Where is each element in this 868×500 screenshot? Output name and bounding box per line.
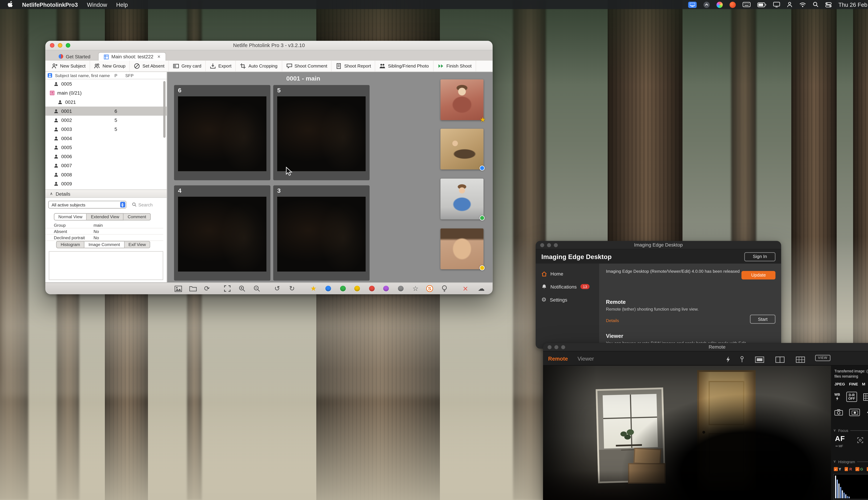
nav-notifications[interactable]: Notifications 13 <box>536 280 599 293</box>
subject-row-selected[interactable]: 0001 6 <box>45 106 167 116</box>
filmstrip-thumb[interactable] <box>441 129 483 169</box>
fullscreen-icon[interactable] <box>223 284 232 293</box>
cloud-icon[interactable]: ☁ <box>477 284 486 293</box>
file-format-label[interactable]: JPEG <box>834 382 845 386</box>
filmstrip-thumb[interactable] <box>441 179 483 219</box>
nav-home[interactable]: Home <box>536 267 599 280</box>
tab-comment[interactable]: Comment <box>124 213 151 220</box>
rating-star-marker[interactable]: ★ <box>480 117 486 123</box>
cable-release-icon[interactable] <box>739 355 745 365</box>
photo-thumbnail[interactable] <box>178 96 266 171</box>
subject-row[interactable]: 0002 5 <box>45 116 167 125</box>
set-absent-button[interactable]: Set Absent <box>130 60 169 71</box>
flash-mode-icon[interactable] <box>866 409 868 416</box>
sibling-friend-photo-button[interactable]: Sibling/Friend Photo <box>376 60 433 71</box>
display-icon[interactable] <box>773 2 780 8</box>
white-balance-control[interactable]: WB <box>834 393 840 401</box>
channel-g[interactable]: ✓G <box>855 467 863 471</box>
star-rating-icon[interactable]: ★ <box>309 284 318 293</box>
menu-help[interactable]: Help <box>116 1 128 8</box>
color-tag-marker[interactable] <box>479 265 484 270</box>
focus-section-header[interactable]: ∨Focus <box>833 428 868 432</box>
filmstrip-thumb[interactable]: ★ <box>441 79 483 120</box>
channel-r[interactable]: ✓R <box>845 467 852 471</box>
subject-row[interactable]: 0021 <box>45 98 167 106</box>
column-sfp[interactable]: SFP <box>125 73 134 78</box>
photo-thumbnail[interactable] <box>178 197 266 272</box>
new-subject-button[interactable]: New Subject <box>48 60 90 71</box>
spotlight-icon[interactable] <box>813 2 819 8</box>
checkbox-icon[interactable]: ✓ <box>866 467 868 471</box>
metering-mode-icon[interactable] <box>849 409 860 416</box>
export-button[interactable]: Export <box>206 60 236 71</box>
update-button[interactable]: Update <box>742 271 776 280</box>
tab-normal-view[interactable]: Normal View <box>54 213 87 220</box>
menubar-app-name[interactable]: NetlifePhotolinkPro3 <box>22 1 78 8</box>
photo-card[interactable]: 3 <box>273 185 369 281</box>
subject-row[interactable]: 0005 <box>45 79 167 88</box>
tag-purple-icon[interactable] <box>381 284 391 293</box>
collapse-chevron-icon[interactable]: ∧ <box>50 191 53 196</box>
dynamic-range-control[interactable]: D-R OFF <box>846 392 857 402</box>
display-split-icon[interactable] <box>776 355 785 365</box>
camera-icon[interactable] <box>834 409 843 416</box>
search-input[interactable] <box>138 202 163 207</box>
tab-main-shoot[interactable]: Main shoot: test222 × <box>98 52 166 60</box>
tag-blue-icon[interactable] <box>323 284 333 293</box>
search-field[interactable] <box>132 202 163 207</box>
photolink-titlebar[interactable]: Netlife Photolink Pro 3 - v3.2.10 <box>45 41 492 50</box>
quality-label[interactable]: FINE <box>849 382 858 386</box>
flash-icon[interactable] <box>726 355 731 365</box>
mf-label[interactable]: •• MF <box>835 444 843 448</box>
tab-histogram[interactable]: Histogram <box>56 241 84 248</box>
view-button[interactable]: VIEW <box>815 354 830 361</box>
delete-icon[interactable]: × <box>461 284 470 293</box>
checkbox-icon[interactable]: ✓ <box>845 467 848 471</box>
record-indicator-icon[interactable] <box>730 1 736 8</box>
battery-icon[interactable] <box>757 2 766 7</box>
new-group-button[interactable]: New Group <box>90 60 130 71</box>
sign-in-button[interactable]: Sign In <box>744 252 776 261</box>
checkbox-icon[interactable]: ✓ <box>834 467 837 471</box>
select-stepper-icon[interactable] <box>120 202 125 207</box>
live-view[interactable] <box>543 366 831 500</box>
siri-icon[interactable] <box>717 1 723 8</box>
display-grid-icon[interactable] <box>796 355 805 365</box>
remote-titlebar[interactable]: Remote <box>543 343 868 352</box>
rotate-right-icon[interactable]: ↻ <box>287 284 297 293</box>
subject-row[interactable]: 0009 <box>45 179 167 188</box>
keyboard-icon[interactable] <box>743 2 751 8</box>
sony-icon[interactable]: S <box>425 284 434 293</box>
photo-thumbnail[interactable] <box>277 96 366 171</box>
photo-card[interactable]: 4 <box>174 185 270 281</box>
tab-close-icon[interactable]: × <box>158 54 160 59</box>
details-link[interactable]: Details <box>606 318 619 323</box>
tab-image-comment[interactable]: Image Comment <box>84 241 125 248</box>
color-tag-marker[interactable] <box>479 215 484 220</box>
column-p[interactable]: P <box>115 73 117 78</box>
channel-y[interactable]: ✓Y <box>834 467 841 471</box>
sync-icon[interactable]: ⟳ <box>203 284 212 293</box>
zoom-in-icon[interactable] <box>238 284 247 293</box>
image-icon[interactable] <box>173 284 182 293</box>
tag-green-icon[interactable] <box>338 284 347 293</box>
tab-get-started[interactable]: Get Started <box>53 52 95 60</box>
tag-red-icon[interactable] <box>367 284 376 293</box>
screen-share-icon[interactable] <box>688 1 697 8</box>
folder-icon[interactable] <box>188 284 197 293</box>
nav-settings[interactable]: ⚙ Settings <box>536 293 599 306</box>
wifi-icon[interactable] <box>799 2 806 7</box>
star-outline-icon[interactable]: ☆ <box>411 284 420 293</box>
imaging-edge-titlebar[interactable]: Imaging Edge Desktop <box>536 241 781 249</box>
subject-row[interactable]: 0004 <box>45 134 167 143</box>
photo-card[interactable]: 6 <box>174 85 270 180</box>
finish-shoot-button[interactable]: Finish Shoot <box>433 60 476 71</box>
user-icon[interactable] <box>787 2 792 8</box>
filmstrip-thumb[interactable] <box>441 228 483 269</box>
tab-viewer[interactable]: Viewer <box>578 355 594 362</box>
group-row[interactable]: main (0/21) <box>45 88 167 98</box>
tab-remote[interactable]: Remote <box>548 355 568 362</box>
histogram-section-header[interactable]: ∨Histogram <box>833 459 868 464</box>
photo-card[interactable]: 5 <box>273 85 369 180</box>
start-button[interactable]: Start <box>750 315 776 323</box>
